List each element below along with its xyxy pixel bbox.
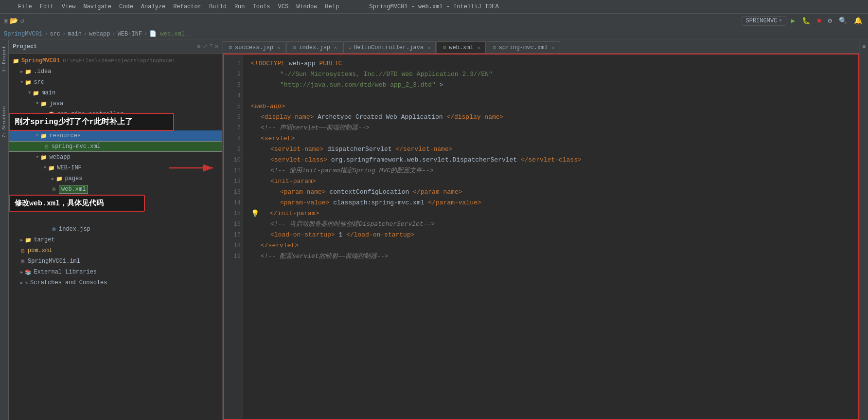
menu-navigate[interactable]: Navigate [80, 2, 115, 11]
l5-close: > [281, 103, 285, 110]
debug-button[interactable]: 🐛 [800, 16, 812, 26]
tab-spring-mvc-xml[interactable]: 🗎 spring-mvc.xml ✕ [487, 41, 560, 53]
menu-tools[interactable]: Tools [249, 2, 274, 11]
search-button[interactable]: 🔍 [837, 16, 849, 26]
breadcrumb-main[interactable]: main [68, 31, 82, 37]
menu-refactor[interactable]: Refactor [170, 2, 205, 11]
tab-index-jsp[interactable]: 🗎 index.jsp ✕ [286, 41, 342, 53]
menu-vcs[interactable]: VCS [275, 2, 292, 11]
tab-label-webxml: web.xml [449, 44, 473, 51]
sep1: › [44, 31, 48, 37]
tree-target[interactable]: ▶ 📁 target [9, 235, 222, 245]
linenum-5: 5 [224, 101, 241, 112]
tree-java[interactable]: ▼ 📁 java [9, 98, 222, 109]
l16-comment: <!-- 当启动服务器的时候创建DispatcherServlet--> [251, 220, 435, 228]
tree-external-libs[interactable]: ▶ 📚 External Libraries [9, 267, 222, 277]
tab-close-index[interactable]: ✕ [334, 45, 337, 51]
tab-web-xml[interactable]: 🗎 web.xml ✕ [437, 41, 485, 53]
l9-content: dispatcherServlet [327, 146, 392, 153]
breadcrumb-project[interactable]: SpringMVC01 [4, 31, 42, 37]
tree-root[interactable]: 📁 SpringMVC01 D:\MyFiles\IdeaProjects\Sp… [9, 55, 222, 66]
tree-resources[interactable]: ▼ 📁 resources [9, 130, 222, 141]
menu-analyze[interactable]: Analyze [138, 2, 169, 11]
folder-icon-resources: 📁 [40, 133, 47, 139]
tab-close-springmvc[interactable]: ✕ [551, 45, 554, 51]
code-editor[interactable]: 1 2 3 4 5 6 7 8 9 10 11 12 13 14 15 16 1… [223, 54, 859, 420]
tree-spring-mvc-xml[interactable]: 🗎 spring-mvc.xml [9, 141, 222, 152]
menu-edit[interactable]: Edit [36, 2, 57, 11]
stop-button[interactable]: ■ [815, 16, 823, 26]
settings-icon[interactable]: ≡ [210, 43, 213, 50]
l9-close2: > [449, 146, 453, 153]
tree-extlibs-label: External Libraries [34, 269, 97, 275]
tree-webapp-label: webapp [49, 154, 70, 161]
tree-index-jsp[interactable]: 🗎 index.jsp [9, 224, 222, 235]
menu-code[interactable]: Code [116, 2, 137, 11]
menu-file[interactable]: File [15, 2, 35, 11]
code-line-5: <web-app> [251, 101, 850, 112]
tab-close-success[interactable]: ✕ [277, 45, 280, 51]
annotation-box-1: 刚才spring少打了个r此时补上了 [9, 113, 174, 131]
bulb-icon[interactable]: 💡 [251, 208, 259, 219]
linenum-10: 10 [224, 155, 241, 165]
gear-icon[interactable]: ⚙ [197, 43, 200, 50]
chevron-main: ▼ [28, 91, 31, 95]
scratch-icon: ✎ [25, 280, 28, 286]
tree-webinf[interactable]: ▼ 📁 WEB-INF [9, 163, 222, 173]
run-button[interactable]: ▶ [789, 16, 797, 26]
tree-idea[interactable]: ▶ 📁 .idea [9, 66, 222, 77]
tab-close-webxml[interactable]: ✕ [478, 45, 480, 51]
tab-icon-index: 🗎 [292, 45, 297, 51]
tree-root-path: D:\MyFiles\IdeaProjects\SpringMVC01 [63, 58, 175, 64]
tree-main[interactable]: ▼ 📁 main [9, 88, 222, 98]
chevron-resources: ▼ [36, 133, 38, 138]
tab-success-jsp[interactable]: 🗎 success.jsp ✕ [223, 41, 285, 53]
tree-iml[interactable]: 🗎 SpringMVC01.iml [9, 256, 222, 267]
tree-java-label: java [49, 100, 63, 107]
linenum-14: 14 [224, 198, 241, 208]
tree-web-xml[interactable]: 🗎 web.xml 修改web.xml，具体见代码 [9, 184, 222, 195]
l17-content: 1 [338, 231, 342, 238]
menu-run[interactable]: Run [231, 2, 248, 11]
l17-close1: > [331, 231, 335, 238]
l10-open1: < [270, 156, 274, 164]
tab-close-hello[interactable]: ✕ [427, 45, 430, 51]
tab-hello-controller[interactable]: ☕ HelloController.java ✕ [343, 41, 436, 53]
line-numbers: 1 2 3 4 5 6 7 8 9 10 11 12 13 14 15 16 1… [224, 55, 243, 419]
l9-tag2: servlet-name [403, 146, 449, 153]
breadcrumb-webxml[interactable]: 📄 web.xml [149, 30, 185, 37]
chevron-extlibs: ▶ [20, 270, 23, 275]
toolbar: ▣ 📂 ↺ SPRINGMVC ▼ ▶ 🐛 ■ ⚙ 🔍 🔔 [0, 14, 868, 28]
menu-help[interactable]: Help [321, 2, 342, 11]
tree-scratches[interactable]: ▶ ✎ Scratches and Consoles [9, 277, 222, 288]
side-icon-project[interactable]: 1: Project [2, 46, 7, 72]
tree-src[interactable]: ▼ 📁 src [9, 77, 222, 88]
l18-tag: servlet [268, 242, 295, 249]
code-line-12: <init-param> [251, 176, 850, 187]
tree-hello-controller[interactable]: ☕ HelloController 刚才spring少打了个r此时补上了 [9, 120, 222, 130]
breadcrumb-webinf[interactable]: WEB-INF [118, 31, 142, 37]
tree-webapp[interactable]: ▼ 📁 webapp [9, 152, 222, 163]
tree-resources-label: resources [49, 132, 81, 139]
code-line-9: <servlet-name> dispatcherServlet </servl… [251, 144, 850, 155]
expand-icon[interactable]: ⤢ [203, 43, 208, 50]
menu-view[interactable]: View [58, 2, 79, 11]
l1-doctype: DOCTYPE [259, 60, 285, 67]
l10-close2: > [578, 156, 582, 164]
linenum-1: 1 [224, 58, 241, 69]
menu-build[interactable]: Build [206, 2, 230, 11]
code-content[interactable]: <!DOCTYPE web-app PUBLIC "-//Sun Microsy… [243, 55, 858, 419]
tree-pom-xml[interactable]: 🗎 pom.xml [9, 245, 222, 256]
chevron-webapp: ▼ [36, 155, 38, 160]
close-icon[interactable]: ✕ [215, 43, 218, 50]
breadcrumb-webapp[interactable]: webapp [89, 31, 110, 37]
menu-window[interactable]: Window [293, 2, 320, 11]
notification-button[interactable]: 🔔 [852, 16, 864, 26]
run-config[interactable]: SPRINGMVC ▼ [742, 16, 786, 26]
tree-pages[interactable]: ▶ 📁 pages [9, 173, 222, 184]
l12-tag: init-param [274, 178, 312, 185]
code-line-4 [251, 91, 850, 101]
breadcrumb-src[interactable]: src [50, 31, 60, 37]
settings-button[interactable]: ⚙ [826, 16, 834, 26]
side-icon-structure[interactable]: 7: Structure [2, 106, 7, 138]
